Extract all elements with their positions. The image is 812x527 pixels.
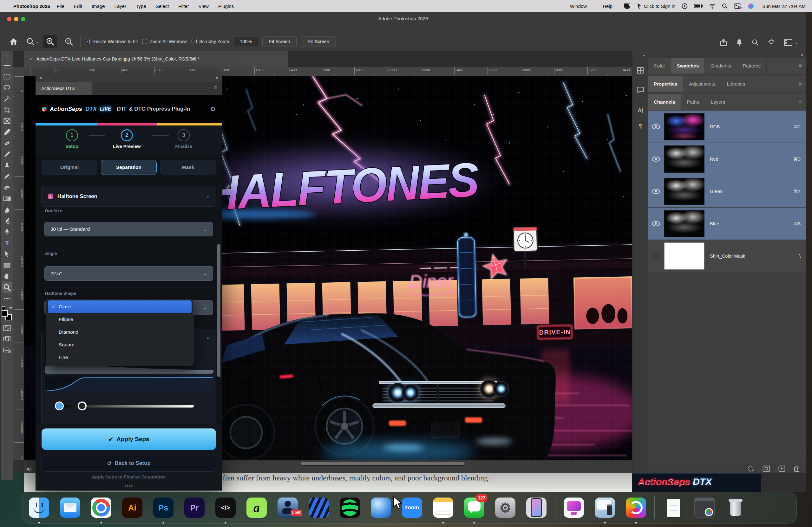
tool-healing-brush[interactable] [2, 137, 12, 149]
share-icon[interactable] [720, 39, 727, 46]
wizard-step[interactable]: 3 Finalize [175, 125, 192, 155]
tool-magic-wand[interactable] [2, 93, 12, 104]
home-icon[interactable] [10, 38, 18, 45]
dock-app[interactable]: Ai [119, 495, 145, 520]
channel-row[interactable]: RGB ⌘2 [648, 110, 806, 143]
menu-item[interactable]: Type [131, 3, 151, 9]
spotlight-search-icon[interactable] [722, 3, 728, 9]
tool-crop[interactable] [2, 104, 12, 115]
dock-app[interactable] [57, 495, 83, 520]
panel-icon-paragraph[interactable]: ¶ [633, 123, 648, 130]
dropdown-option[interactable]: ✓ Diamond [48, 326, 192, 338]
collapse-section-icon[interactable]: ▲ [206, 194, 210, 198]
dock-app[interactable] [337, 495, 363, 520]
fill-screen-button[interactable]: Fill Screen [301, 36, 336, 47]
tool-gradient[interactable] [2, 193, 12, 204]
panel-menu-icon[interactable]: ≡ [799, 81, 802, 87]
visibility-toggle[interactable] [648, 156, 664, 162]
resize-grip[interactable]: ▮▮▮▮ [125, 484, 133, 487]
channel-row[interactable]: Green ⌘4 [648, 175, 806, 208]
screen-mode-button[interactable] [2, 333, 12, 345]
tool-hand[interactable] [2, 271, 12, 282]
visibility-toggle[interactable] [648, 124, 664, 129]
slider-knob-low[interactable] [55, 402, 64, 410]
tool-type[interactable]: T [2, 237, 12, 249]
tool-eyedropper[interactable] [2, 126, 12, 137]
plugin-tab[interactable]: ActionSeps DTX [35, 82, 92, 95]
angle-select[interactable]: 22.5° ⌄ [44, 266, 213, 281]
tool-frame[interactable] [2, 115, 12, 126]
panel-tab[interactable]: Adjustments [683, 76, 721, 92]
sign-in-status[interactable]: Click to Sign in [637, 3, 675, 9]
panel-tab[interactable]: Libraries [721, 76, 751, 92]
tool-path-select[interactable] [2, 249, 12, 259]
plugin-panel-menu-icon[interactable]: ≡ [214, 85, 217, 91]
tool-clone-stamp[interactable] [2, 160, 12, 171]
preview-tab[interactable]: Separation [101, 160, 157, 175]
delete-channel-icon[interactable] [794, 465, 800, 472]
panel-tab[interactable]: Gradients [705, 58, 737, 74]
dock-app[interactable] [723, 495, 748, 520]
panel-icon-comment[interactable] [633, 87, 648, 95]
menu-item[interactable]: Edit [69, 3, 87, 9]
panel-tab[interactable]: Patterns [737, 58, 767, 74]
dock-app[interactable] [692, 495, 717, 520]
tool-mixer-brush[interactable] [2, 215, 12, 226]
tool-lasso[interactable] [2, 82, 12, 93]
menu-item[interactable]: Plugins [214, 3, 238, 9]
display-icon[interactable] [624, 3, 630, 9]
back-to-setup-button[interactable]: ↺ Back to Setup [42, 455, 216, 471]
foreground-color[interactable] [2, 310, 8, 317]
menu-item-right[interactable]: Help [598, 3, 617, 9]
siri-icon[interactable] [748, 3, 754, 9]
menu-item[interactable]: Select [151, 3, 174, 9]
dock-app[interactable] [88, 495, 114, 520]
close-document-icon[interactable]: ✕ [29, 57, 32, 61]
menu-clock[interactable]: Sun Mar 22 7:04 AM [762, 3, 806, 9]
tool-shape[interactable] [2, 259, 12, 271]
dock-app[interactable] [654, 495, 655, 520]
toolbar-grip[interactable]: ≡≡ [5, 54, 9, 57]
panel-icon-character[interactable]: A| [633, 107, 648, 114]
discover-bulb-icon[interactable] [768, 39, 775, 46]
quick-mask-button[interactable] [2, 322, 12, 333]
tool-smudge[interactable] [2, 204, 12, 215]
fit-screen-button[interactable]: Fit Screen [262, 36, 296, 47]
dock-app[interactable] [368, 495, 394, 520]
dropdown-option[interactable]: ✓ Square [48, 338, 192, 351]
panel-tab[interactable]: Channels [648, 94, 681, 110]
save-selection-icon[interactable] [763, 466, 770, 472]
load-selection-icon[interactable] [747, 465, 754, 472]
visibility-toggle[interactable] [648, 189, 664, 194]
swap-colors-icon[interactable]: ⇄ [9, 306, 12, 310]
tool-brush[interactable] [2, 149, 12, 160]
vertical-ruler[interactable]: 0200400600800100012001400160018002000220… [13, 76, 24, 460]
wizard-step[interactable]: 2 Live Preview [113, 125, 141, 155]
play-circle-icon[interactable] [682, 3, 688, 9]
control-center-icon[interactable] [734, 3, 742, 9]
zoom-100-button[interactable]: 100% [233, 36, 258, 47]
menu-item[interactable]: Layer [110, 3, 131, 9]
tool-pen[interactable] [2, 226, 12, 237]
tool-ellipsis[interactable] [2, 293, 12, 304]
resize-windows-checkbox[interactable]: ✓Resize Windows to Fit [85, 39, 137, 44]
plugin-scrollbar-thumb[interactable] [217, 244, 220, 377]
dropdown-option[interactable]: ✓ Circle [48, 300, 192, 313]
slider-knob-high[interactable] [78, 402, 87, 410]
halftone-section-header[interactable]: Halftone Screen ▲ [41, 186, 216, 207]
battery-icon[interactable] [694, 4, 703, 8]
preview-tab[interactable]: Mask [160, 160, 216, 175]
dock-app[interactable] [555, 495, 555, 520]
tool-move[interactable] [2, 60, 12, 71]
threshold-slider[interactable] [45, 396, 214, 416]
panel-tab[interactable]: Color [648, 58, 671, 74]
search-icon[interactable] [752, 39, 759, 46]
document-tab[interactable]: ✕ ActionSeps-DTX-Live-Halftones-Car-Dine… [24, 51, 288, 67]
dock-app[interactable] [623, 495, 649, 520]
notifications-bell-icon[interactable] [736, 39, 743, 46]
panel-tab[interactable]: Swatches [671, 58, 705, 74]
wifi-icon[interactable] [709, 4, 715, 9]
dock-app[interactable]: Ps [151, 495, 176, 520]
close-panel-icon[interactable]: ✕ [39, 75, 43, 80]
tool-zoom[interactable] [2, 282, 12, 293]
